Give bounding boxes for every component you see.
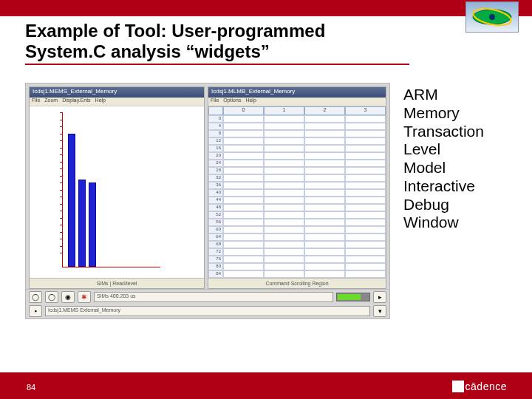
grid-cell[interactable] xyxy=(264,189,304,197)
tool-button[interactable]: ◯ xyxy=(45,291,58,303)
col-header[interactable]: 2 xyxy=(304,106,345,115)
grid-cell[interactable] xyxy=(264,152,304,160)
grid-cell[interactable] xyxy=(345,241,386,248)
grid-cell[interactable] xyxy=(264,211,304,219)
grid-cell[interactable] xyxy=(223,263,264,270)
tool-button[interactable]: ▸ xyxy=(373,291,386,303)
grid-cell[interactable] xyxy=(264,226,304,233)
grid-cell[interactable] xyxy=(223,115,264,123)
grid-cell[interactable] xyxy=(345,152,386,160)
table-row[interactable]: 48 xyxy=(208,204,386,211)
table-row[interactable]: 40 xyxy=(208,189,386,197)
grid-cell[interactable] xyxy=(345,204,386,211)
grid-cell[interactable] xyxy=(345,248,386,256)
grid-cell[interactable] xyxy=(304,270,345,278)
menu-item[interactable]: Help xyxy=(95,98,106,106)
right-pane-titlebar[interactable]: Icdsj1.MLMB_External_Memory xyxy=(208,87,386,98)
grid-cell[interactable] xyxy=(304,211,345,219)
grid-cell[interactable] xyxy=(264,130,304,137)
table-row[interactable]: 36 xyxy=(208,182,386,189)
grid-cell[interactable] xyxy=(304,174,345,182)
grid-cell[interactable] xyxy=(223,241,264,248)
grid-cell[interactable] xyxy=(223,182,264,189)
grid-cell[interactable] xyxy=(304,197,345,204)
grid-cell[interactable] xyxy=(304,219,345,226)
grid-cell[interactable] xyxy=(345,189,386,197)
grid-cell[interactable] xyxy=(345,211,386,219)
grid-cell[interactable] xyxy=(223,248,264,256)
tool-button[interactable]: ▾ xyxy=(373,305,386,317)
table-row[interactable]: 28 xyxy=(208,167,386,174)
table-row[interactable]: 8 xyxy=(208,130,386,137)
table-row[interactable]: 84 xyxy=(208,270,386,278)
table-row[interactable]: 20 xyxy=(208,152,386,160)
grid-cell[interactable] xyxy=(304,189,345,197)
status-field[interactable]: SIMs 400.203 us xyxy=(94,292,333,302)
grid-cell[interactable] xyxy=(345,233,386,241)
grid-cell[interactable] xyxy=(304,226,345,233)
grid-cell[interactable] xyxy=(264,137,304,145)
grid-cell[interactable] xyxy=(264,256,304,263)
path-field[interactable]: Icdsj1.MEMS External_Memory xyxy=(45,306,370,316)
grid-cell[interactable] xyxy=(304,233,345,241)
table-row[interactable]: 16 xyxy=(208,145,386,152)
grid-cell[interactable] xyxy=(345,197,386,204)
grid-cell[interactable] xyxy=(223,211,264,219)
grid-cell[interactable] xyxy=(264,241,304,248)
grid-cell[interactable] xyxy=(223,197,264,204)
grid-cell[interactable] xyxy=(223,123,264,130)
grid-cell[interactable] xyxy=(304,167,345,174)
grid-cell[interactable] xyxy=(223,256,264,263)
grid-cell[interactable] xyxy=(264,270,304,278)
grid-cell[interactable] xyxy=(304,256,345,263)
grid-cell[interactable] xyxy=(304,204,345,211)
table-row[interactable]: 80 xyxy=(208,263,386,270)
grid-cell[interactable] xyxy=(304,160,345,167)
grid-cell[interactable] xyxy=(345,174,386,182)
table-row[interactable]: 4 xyxy=(208,123,386,130)
grid-cell[interactable] xyxy=(345,115,386,123)
left-pane-titlebar[interactable]: Icdsj1.MEMS_External_Memory xyxy=(30,87,204,98)
grid-cell[interactable] xyxy=(345,167,386,174)
grid-cell[interactable] xyxy=(304,145,345,152)
grid-cell[interactable] xyxy=(304,137,345,145)
grid-cell[interactable] xyxy=(264,263,304,270)
grid-cell[interactable] xyxy=(345,160,386,167)
grid-cell[interactable] xyxy=(223,204,264,211)
grid-cell[interactable] xyxy=(264,167,304,174)
grid-cell[interactable] xyxy=(304,248,345,256)
menu-item[interactable]: Options xyxy=(223,98,241,106)
grid-cell[interactable] xyxy=(304,263,345,270)
grid-cell[interactable] xyxy=(223,270,264,278)
grid-cell[interactable] xyxy=(223,160,264,167)
grid-cell[interactable] xyxy=(223,226,264,233)
table-row[interactable]: 52 xyxy=(208,211,386,219)
memory-grid[interactable]: 0 1 2 3 04812162024283236404448525660646… xyxy=(208,106,386,278)
menu-item[interactable]: Zoom xyxy=(44,98,58,106)
grid-cell[interactable] xyxy=(264,123,304,130)
table-row[interactable]: 68 xyxy=(208,241,386,248)
table-row[interactable]: 64 xyxy=(208,233,386,241)
grid-cell[interactable] xyxy=(264,145,304,152)
grid-cell[interactable] xyxy=(264,204,304,211)
tool-button[interactable]: ◯ xyxy=(29,291,42,303)
table-row[interactable]: 32 xyxy=(208,174,386,182)
grid-cell[interactable] xyxy=(304,182,345,189)
grid-cell[interactable] xyxy=(264,219,304,226)
grid-cell[interactable] xyxy=(264,197,304,204)
grid-cell[interactable] xyxy=(304,130,345,137)
grid-cell[interactable] xyxy=(223,233,264,241)
table-row[interactable]: 56 xyxy=(208,219,386,226)
grid-cell[interactable] xyxy=(223,219,264,226)
grid-cell[interactable] xyxy=(345,256,386,263)
tool-button[interactable]: ◉ xyxy=(61,291,75,303)
col-header[interactable]: 3 xyxy=(345,106,386,115)
grid-cell[interactable] xyxy=(304,152,345,160)
grid-cell[interactable] xyxy=(345,219,386,226)
grid-cell[interactable] xyxy=(264,174,304,182)
table-row[interactable]: 76 xyxy=(208,256,386,263)
grid-cell[interactable] xyxy=(304,115,345,123)
grid-cell[interactable] xyxy=(345,130,386,137)
col-header[interactable]: 1 xyxy=(264,106,304,115)
menu-item[interactable]: File xyxy=(211,98,219,106)
